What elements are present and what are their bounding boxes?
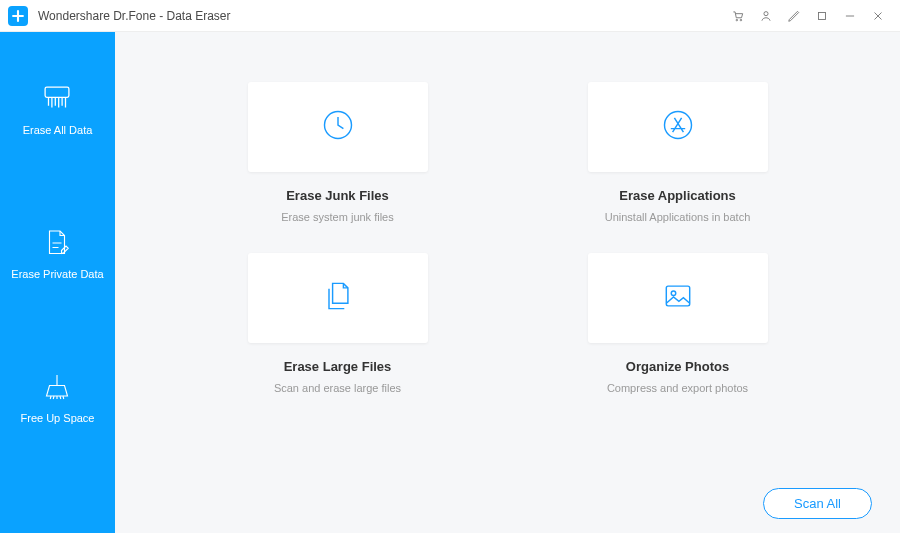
cart-icon[interactable] (724, 2, 752, 30)
sidebar-item-erase-private[interactable]: Erase Private Data (11, 226, 103, 280)
scan-all-button[interactable]: Scan All (763, 488, 872, 519)
card-title: Erase Large Files (284, 359, 392, 374)
card-title: Erase Junk Files (286, 188, 389, 203)
sidebar-item-erase-all[interactable]: Erase All Data (23, 82, 93, 136)
card-erase-applications[interactable]: Erase Applications Uninstall Application… (548, 82, 808, 223)
svg-point-6 (664, 112, 691, 139)
user-icon[interactable] (752, 2, 780, 30)
appstore-icon (660, 107, 696, 147)
svg-point-0 (736, 19, 738, 21)
feedback-icon[interactable] (780, 2, 808, 30)
svg-point-8 (671, 291, 676, 296)
sidebar-item-label: Erase All Data (23, 124, 93, 136)
main-panel: Erase Junk Files Erase system junk files… (115, 32, 900, 533)
svg-point-2 (764, 11, 768, 15)
clock-icon (320, 107, 356, 147)
window-title: Wondershare Dr.Fone - Data Eraser (38, 9, 231, 23)
card-organize-photos[interactable]: Organize Photos Compress and export phot… (548, 253, 808, 394)
card-subtitle: Scan and erase large files (274, 382, 401, 394)
card-subtitle: Uninstall Applications in batch (605, 211, 751, 223)
card-erase-large-files[interactable]: Erase Large Files Scan and erase large f… (208, 253, 468, 394)
card-subtitle: Compress and export photos (607, 382, 748, 394)
document-edit-icon (40, 226, 74, 260)
files-icon (320, 278, 356, 318)
sidebar-item-label: Free Up Space (21, 412, 95, 424)
sidebar-item-label: Erase Private Data (11, 268, 103, 280)
image-icon (660, 278, 696, 318)
card-erase-junk-files[interactable]: Erase Junk Files Erase system junk files (208, 82, 468, 223)
sidebar: Erase All Data Erase Private Data (0, 32, 115, 533)
svg-point-1 (740, 19, 742, 21)
shredder-icon (40, 82, 74, 116)
card-title: Erase Applications (619, 188, 736, 203)
sidebar-item-free-up-space[interactable]: Free Up Space (21, 370, 95, 424)
svg-rect-3 (819, 12, 826, 19)
restore-icon[interactable] (808, 2, 836, 30)
svg-rect-7 (666, 286, 689, 306)
card-subtitle: Erase system junk files (281, 211, 393, 223)
app-logo (8, 6, 28, 26)
close-icon[interactable] (864, 2, 892, 30)
broom-icon (40, 370, 74, 404)
card-title: Organize Photos (626, 359, 729, 374)
svg-rect-4 (46, 87, 70, 97)
minimize-icon[interactable] (836, 2, 864, 30)
titlebar: Wondershare Dr.Fone - Data Eraser (0, 0, 900, 32)
